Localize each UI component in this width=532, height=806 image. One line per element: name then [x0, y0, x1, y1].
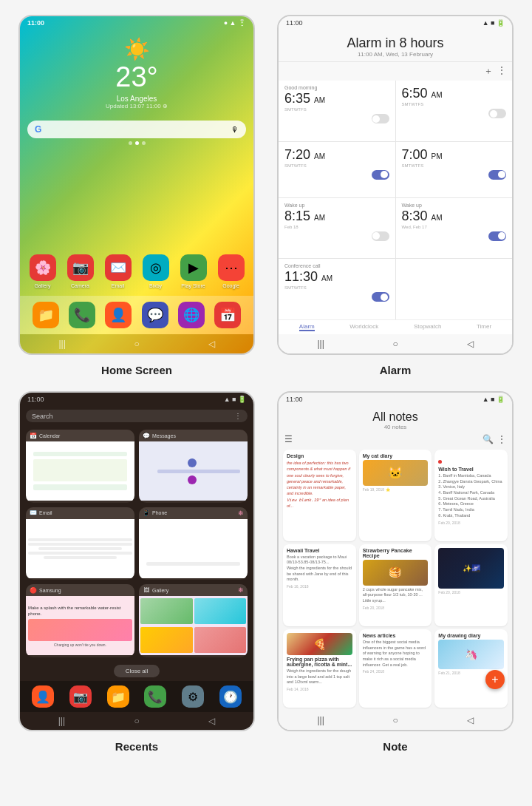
- note-card-aurora[interactable]: ✨🌌 Feb 20, 2018: [434, 544, 508, 626]
- alarm-label-6: Conference call: [284, 263, 389, 268]
- alarm-toggle-6[interactable]: [372, 292, 389, 302]
- dock-messages[interactable]: 💬: [142, 302, 168, 328]
- alarm-main-title: Alarm in 8 hours: [279, 35, 512, 51]
- dot-3: [142, 141, 146, 145]
- alarm-nav-back[interactable]: ◁: [467, 339, 474, 349]
- alarm-item-1[interactable]: 6:50 AM SMTWTFS: [396, 81, 513, 141]
- tab-stopwatch[interactable]: Stopwatch: [414, 323, 441, 331]
- recent-card-gallery[interactable]: 🖼 Gallery ❄: [139, 584, 248, 657]
- note-card-hawaii[interactable]: Hawaii Travel Book a vacation package to…: [283, 544, 356, 626]
- dock-contacts-r[interactable]: 👤: [32, 685, 54, 708]
- recents-screen-wrapper: 11:00 ▲ ■ 🔋 Search ⋮ 📅 Calendar: [15, 391, 259, 753]
- note-date-news: Feb 24, 2018: [363, 669, 429, 674]
- recents-nav-back[interactable]: ◁: [208, 716, 215, 726]
- note-status-icons: ▲ ■ 🔋: [482, 396, 505, 403]
- alarm-item-3[interactable]: 7:00 PM SMTWTFS: [396, 142, 513, 197]
- note-title-cat: My cat diary: [363, 453, 429, 458]
- app-gallery[interactable]: 🌸 Gallery: [30, 254, 56, 288]
- note-card-pancake[interactable]: Strawberry Pancake Recipe 🥞 2 cups whole…: [359, 544, 432, 626]
- alarm-nav-home[interactable]: ○: [393, 339, 398, 349]
- email-app-name: Email: [39, 510, 52, 515]
- alarm-time-3: 7:00 PM: [402, 147, 507, 163]
- dock-contacts[interactable]: 👤: [105, 302, 132, 328]
- tab-worldclock[interactable]: Worldclock: [349, 323, 378, 331]
- recent-card-browser[interactable]: 🔴 Samsung Make a splash with the remarka…: [26, 584, 134, 657]
- note-nav-back[interactable]: ◁: [467, 715, 474, 725]
- dock-clock-r[interactable]: 🕐: [219, 685, 242, 708]
- alarm-toggle-5[interactable]: [488, 231, 506, 241]
- alarm-more-icon[interactable]: ⋮: [497, 65, 506, 78]
- dock-phone[interactable]: 📞: [69, 302, 95, 328]
- recent-card-phone-header: 📱 Phone ❄: [139, 507, 248, 519]
- alarm-time-1: 6:50 AM: [402, 86, 507, 101]
- alarm-toggle-1[interactable]: [488, 109, 506, 118]
- nav-home[interactable]: ○: [134, 339, 140, 349]
- note-date-travel: Feb 20, 2018: [438, 521, 504, 525]
- dock-files[interactable]: 📁: [33, 302, 59, 328]
- recent-card-calendar[interactable]: 📅 Calendar: [26, 430, 134, 503]
- home-weather: ☀️ 23° Los Angeles Updated 13:07 11:00 ⊕: [20, 37, 253, 109]
- app-email[interactable]: ✉️ Email: [105, 254, 132, 288]
- app-google[interactable]: ⋯ Google: [218, 254, 245, 288]
- tab-alarm[interactable]: Alarm: [299, 323, 315, 331]
- dock-files-r[interactable]: 📁: [107, 685, 129, 708]
- tab-timer[interactable]: Timer: [477, 323, 491, 331]
- dock-settings-r[interactable]: ⚙: [182, 685, 204, 708]
- note-nav-home[interactable]: ○: [393, 715, 398, 725]
- home-search-bar[interactable]: G 🎙: [27, 121, 246, 138]
- alarm-item-0[interactable]: Good morning 6:35 AM SMTWTFS: [279, 81, 395, 141]
- recent-card-phone[interactable]: 📱 Phone ❄: [139, 507, 248, 580]
- dock-calendar[interactable]: 📅: [214, 302, 241, 328]
- recent-card-email[interactable]: ✉️ Email: [26, 507, 134, 580]
- nav-recent[interactable]: |||: [58, 339, 65, 349]
- recents-search-bar[interactable]: Search ⋮: [26, 410, 248, 422]
- note-screen: 11:00 ▲ ■ 🔋 All notes 40 notes ☰ 🔍 ⋮: [279, 393, 512, 730]
- recents-more-icon[interactable]: ⋮: [234, 412, 242, 420]
- recents-time: 11:00: [27, 396, 44, 403]
- note-card-news[interactable]: News articles One of the biggest social …: [359, 629, 432, 708]
- alarm-days-6: SMTWTFS: [284, 285, 389, 290]
- recent-card-messages[interactable]: 💬 Messages: [139, 430, 248, 503]
- alarm-add-icon[interactable]: ＋: [484, 65, 493, 78]
- note-fab-button[interactable]: +: [485, 670, 505, 689]
- alarm-days-5: Wed, Feb 17: [402, 225, 507, 229]
- dock-browser[interactable]: 🌐: [178, 302, 205, 328]
- note-card-travel[interactable]: Wish to Travel 1. Banff in Manitoba, Can…: [434, 450, 508, 541]
- note-nav-recent[interactable]: |||: [317, 715, 324, 725]
- dock-phone-r[interactable]: 📞: [144, 685, 166, 708]
- note-search-icon[interactable]: 🔍: [482, 434, 494, 444]
- alarm-item-6[interactable]: Conference call 11:30 AM SMTWTFS: [279, 259, 395, 319]
- note-more-icon[interactable]: ⋮: [497, 434, 506, 444]
- close-all-button[interactable]: Close all: [114, 665, 160, 677]
- note-card-design[interactable]: Design the idea of perfection: this has …: [283, 450, 356, 541]
- recents-nav-home[interactable]: ○: [134, 716, 140, 726]
- note-time: 11:00: [286, 396, 303, 403]
- app-camera[interactable]: 📷 Camera: [67, 254, 94, 288]
- alarm-item-5[interactable]: Wake up 8:30 AM Wed, Feb 17: [396, 198, 513, 259]
- dot-1: [129, 141, 132, 145]
- alarm-toggle-2[interactable]: [372, 170, 389, 180]
- note-menu-icon[interactable]: ☰: [284, 434, 293, 444]
- dock-camera-r[interactable]: 📷: [69, 685, 92, 708]
- note-img-cat: 🐱: [363, 460, 429, 486]
- phone-card-body: [139, 519, 248, 578]
- app-playstore[interactable]: ▶ Play Store: [180, 254, 207, 288]
- note-card-pizza[interactable]: 🍕 Frying pan pizza with aubergine, ricot…: [283, 629, 356, 708]
- alarm-days-1: SMTWTFS: [402, 102, 507, 106]
- note-card-cat[interactable]: My cat diary 🐱 Feb 19, 2018 ⭐: [359, 450, 432, 541]
- note-card-draw[interactable]: My drawing diary 🦄 Feb 21, 2018: [434, 629, 508, 708]
- note-screen-wrapper: 11:00 ▲ ■ 🔋 All notes 40 notes ☰ 🔍 ⋮: [273, 391, 517, 753]
- alarm-toggle-4[interactable]: [372, 231, 389, 241]
- recents-nav-recent[interactable]: |||: [58, 716, 65, 726]
- nav-back[interactable]: ◁: [208, 339, 215, 349]
- alarm-nav-recent[interactable]: |||: [317, 339, 324, 349]
- messages-app-name: Messages: [152, 433, 176, 438]
- note-header: All notes 40 notes: [279, 406, 512, 432]
- alarm-toggle-3[interactable]: [488, 170, 506, 180]
- alarm-item-2[interactable]: 7:20 AM SMTWTFS: [279, 142, 395, 197]
- gallery-app-icon2: 🖼: [143, 586, 150, 594]
- recents-frame: 11:00 ▲ ■ 🔋 Search ⋮ 📅 Calendar: [18, 391, 255, 731]
- alarm-item-4[interactable]: Wake up 8:15 AM Feb 18: [279, 198, 395, 259]
- app-bixby[interactable]: ◎ Bixby: [143, 254, 169, 288]
- alarm-toggle-0[interactable]: [372, 114, 389, 123]
